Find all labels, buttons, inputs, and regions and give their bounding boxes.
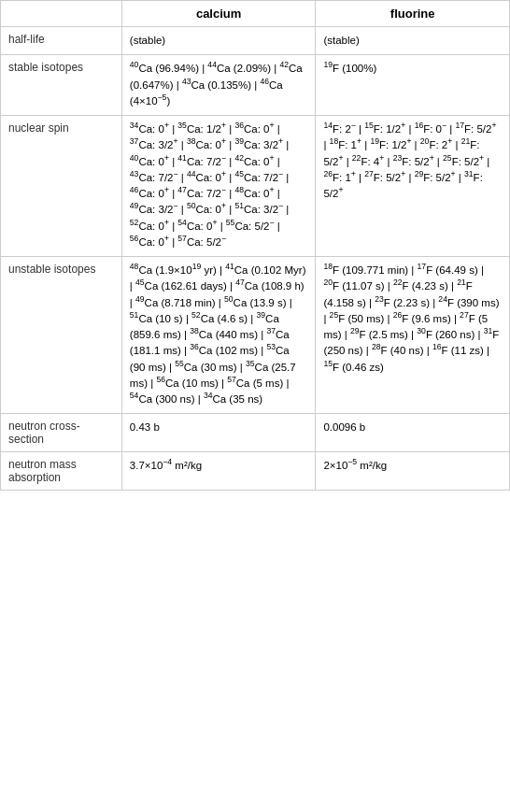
calcium-cell-4: 0.43 b <box>121 414 316 452</box>
row-label-1: stable isotopes <box>1 55 122 116</box>
calcium-cell-3: 48Ca (1.9×1019 yr) | 41Ca (0.102 Myr) | … <box>121 257 316 414</box>
fluorine-cell-0: (stable) <box>316 27 510 55</box>
fluorine-cell-3: 18F (109.771 min) | 17F (64.49 s) | 20F … <box>316 257 510 414</box>
column-header-calcium: calcium <box>121 1 316 27</box>
row-label-3: unstable isotopes <box>1 257 122 414</box>
column-header-label <box>1 1 122 27</box>
row-label-4: neutron cross-section <box>1 414 122 452</box>
fluorine-cell-5: 2×10−5 m²/kg <box>316 452 510 491</box>
fluorine-cell-2: 14F: 2− | 15F: 1/2+ | 16F: 0− | 17F: 5/2… <box>316 116 510 257</box>
row-label-2: nuclear spin <box>1 116 122 257</box>
fluorine-cell-4: 0.0096 b <box>316 414 510 452</box>
calcium-cell-5: 3.7×10−4 m²/kg <box>121 452 316 491</box>
row-label-0: half-life <box>1 27 122 55</box>
column-header-fluorine: fluorine <box>316 1 510 27</box>
calcium-cell-0: (stable) <box>121 27 316 55</box>
calcium-cell-2: 34Ca: 0+ | 35Ca: 1/2+ | 36Ca: 0+ | 37Ca:… <box>121 116 316 257</box>
calcium-cell-1: 40Ca (96.94%) | 44Ca (2.09%) | 42Ca (0.6… <box>121 55 316 116</box>
fluorine-cell-1: 19F (100%) <box>316 55 510 116</box>
row-label-5: neutron mass absorption <box>1 452 122 491</box>
